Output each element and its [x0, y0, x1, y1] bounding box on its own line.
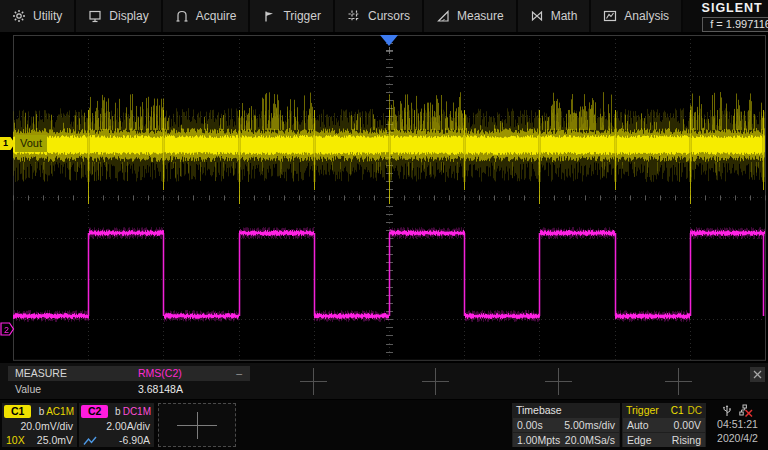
trigger-title: Trigger: [626, 404, 659, 417]
trigger-source: C1: [671, 404, 684, 417]
usb-icon: [722, 404, 732, 417]
time-display: 04:51:21: [709, 417, 766, 431]
add-measurement-slot-2[interactable]: [422, 368, 449, 395]
channel1-label: Vout: [15, 135, 47, 152]
timebase-scale: 5.00ms/div: [564, 418, 615, 432]
gear-icon: [12, 9, 26, 23]
plus-icon: [197, 412, 198, 439]
waveform-canvas[interactable]: [0, 32, 768, 363]
menu-item-label: Analysis: [624, 9, 669, 23]
analysis-icon: [603, 9, 617, 23]
channel1-scale: 20.0mV/div: [2, 419, 77, 433]
channel2-info-box[interactable]: C2 b DC1M 2.00A/div -6.90A: [79, 403, 154, 447]
menu-item-trigger[interactable]: Trigger: [250, 0, 333, 32]
math-icon: [530, 9, 544, 23]
trigger-slope: Rising: [672, 433, 701, 447]
channel2-coupling: DC1M: [123, 406, 151, 417]
menu-item-label: Math: [551, 9, 578, 23]
clock-box: 04:51:21 2020/4/2: [709, 403, 766, 447]
menu-item-math[interactable]: Math: [518, 0, 590, 32]
value-row-label: Value: [15, 382, 41, 397]
trigger-flag-icon: [262, 9, 276, 23]
menu-item-label: Trigger: [283, 9, 321, 23]
measure-header-row: MEASURE RMS(C2) –: [8, 366, 250, 381]
add-measurement-slot-1[interactable]: [300, 368, 327, 395]
channel1-offset: 25.0mV: [37, 433, 73, 447]
menu-item-label: Utility: [33, 9, 62, 23]
brand-block: SIGLENT Trig'd f = 1.997116kHz: [683, 0, 768, 32]
measurement-slot-name[interactable]: RMS(C2): [138, 366, 182, 381]
add-measurement-slot-4[interactable]: [665, 368, 692, 395]
menu-item-cursors[interactable]: Cursors: [335, 0, 422, 32]
waveform-display: 1 Vout 2: [0, 32, 768, 363]
menu-item-label: Measure: [457, 9, 504, 23]
timebase-title: Timebase: [516, 404, 562, 417]
timebase-samplerate: 20.0MSa/s: [565, 433, 615, 447]
trigger-type: Edge: [627, 433, 652, 447]
channel2-bandwidth-flag: b: [115, 406, 121, 417]
trigger-frequency-readout: f = 1.997116kHz: [702, 17, 768, 32]
channel2-badge: C2: [81, 405, 108, 418]
close-measure-panel-button[interactable]: [750, 367, 765, 382]
measure-icon: [436, 9, 450, 23]
add-channel-slot[interactable]: [158, 403, 236, 447]
oscilloscope-app: Utility Display Acquire Trigger: [0, 0, 768, 450]
menu-item-analysis[interactable]: Analysis: [591, 0, 681, 32]
trigger-mode: Auto: [627, 418, 649, 432]
channel2-scale: 2.00A/div: [79, 419, 154, 433]
close-icon: [753, 370, 762, 379]
svg-text:2: 2: [4, 325, 9, 335]
menu-item-display[interactable]: Display: [76, 0, 160, 32]
channel1-attenuation: 10X: [6, 433, 25, 447]
timebase-box[interactable]: Timebase 0.00s 5.00ms/div 1.00Mpts 20.0M…: [512, 403, 620, 447]
siglent-logo: SIGLENT: [702, 1, 763, 15]
menu-item-acquire[interactable]: Acquire: [163, 0, 249, 32]
channel1-info-box[interactable]: C1 b AC1M 20.0mV/div 10X 25.0mV: [2, 403, 77, 447]
channel1-coupling: AC1M: [46, 406, 74, 417]
channel2-position-marker[interactable]: 2: [0, 322, 15, 336]
timebase-delay: 0.00s: [517, 418, 543, 432]
menu-item-label: Acquire: [196, 9, 237, 23]
trigger-coupling: DC: [688, 404, 702, 417]
menu-item-label: Display: [109, 9, 148, 23]
channel1-bandwidth-flag: b: [39, 406, 45, 417]
collapse-measure-button[interactable]: –: [236, 366, 242, 381]
measure-panel: MEASURE RMS(C2) – Value 3.68148A: [0, 363, 768, 399]
trigger-level: 0.00V: [674, 418, 701, 432]
lan-disconnected-icon: [739, 404, 753, 417]
menu-item-measure[interactable]: Measure: [424, 0, 516, 32]
menu-bar: Utility Display Acquire Trigger: [0, 0, 768, 32]
channel1-badge: C1: [4, 405, 31, 418]
measurement-value: 3.68148A: [138, 382, 183, 397]
cursors-icon: [347, 9, 361, 23]
menu-item-utility[interactable]: Utility: [0, 0, 74, 32]
display-icon: [88, 9, 102, 23]
date-display: 2020/4/2: [709, 431, 766, 445]
status-bar: C1 b AC1M 20.0mV/div 10X 25.0mV C2 b DC1…: [0, 400, 768, 450]
trigger-box[interactable]: Trigger C1 DC Auto 0.00V Edge Rising: [622, 403, 706, 447]
acquire-icon: [175, 9, 189, 23]
measure-panel-title: MEASURE: [15, 366, 67, 381]
channel2-offset: -6.90A: [119, 433, 150, 447]
current-probe-icon: [83, 435, 97, 446]
measure-value-row: Value 3.68148A: [8, 382, 408, 397]
add-measurement-slot-3[interactable]: [545, 368, 572, 395]
menu-item-label: Cursors: [368, 9, 410, 23]
timebase-memory: 1.00Mpts: [517, 433, 560, 447]
